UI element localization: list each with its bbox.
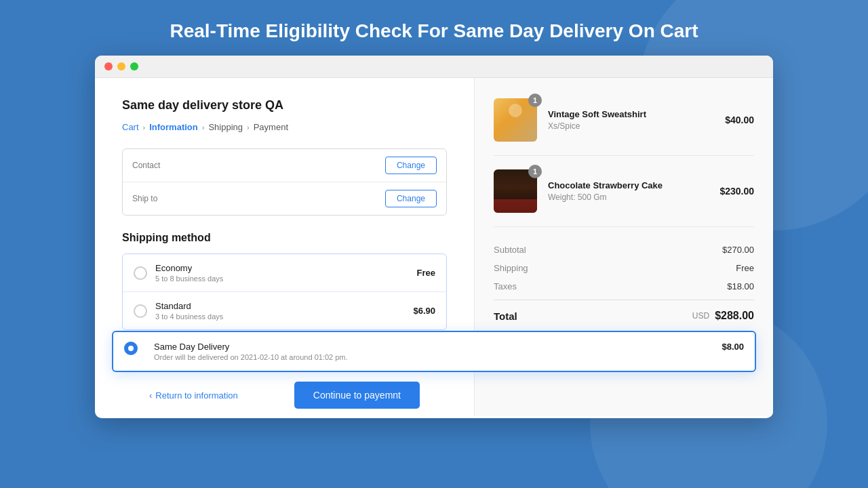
- radio-same-day[interactable]: [124, 342, 138, 355]
- shipping-option-same-day[interactable]: Same Day Delivery Order will be delivere…: [112, 331, 475, 372]
- shipping-option-economy[interactable]: Economy 5 to 8 business days Free: [123, 254, 446, 292]
- left-panel: Same day delivery store QA Cart › Inform…: [95, 78, 475, 416]
- subtotal-value: $270.00: [722, 245, 754, 255]
- breadcrumb-shipping: Shipping: [208, 122, 243, 132]
- standard-desc: 3 to 4 business days: [155, 312, 413, 321]
- total-right: USD $288.00: [692, 310, 754, 322]
- shipping-label: Shipping: [494, 263, 528, 273]
- ship-to-label: Ship to: [132, 194, 180, 203]
- sweatshirt-quantity-badge: 1: [528, 94, 542, 107]
- store-name: Same day delivery store QA: [122, 98, 447, 113]
- breadcrumb-sep-2: ›: [202, 123, 205, 131]
- taxes-value: $18.00: [727, 281, 754, 291]
- traffic-light-red[interactable]: [104, 62, 113, 70]
- economy-desc: 5 to 8 business days: [155, 274, 417, 283]
- same-day-name: Same Day Delivery: [154, 342, 475, 352]
- economy-price: Free: [417, 268, 435, 278]
- browser-content: Same day delivery store QA Cart › Inform…: [95, 78, 773, 416]
- currency-label: USD: [692, 311, 709, 321]
- order-item-sweatshirt: 1 Vintage Soft Sweatshirt Xs/Spice $40.0…: [494, 98, 754, 156]
- taxes-label: Taxes: [494, 281, 517, 291]
- total-label: Total: [494, 310, 517, 322]
- cake-details: Chocolate Strawberry Cake Weight: 500 Gm: [548, 180, 719, 202]
- bottom-nav: ‹ Return to information Continue to paye…: [122, 371, 447, 416]
- contact-label: Contact: [132, 161, 180, 170]
- sweatshirt-name: Vintage Soft Sweatshirt: [548, 109, 725, 119]
- sweatshirt-details: Vintage Soft Sweatshirt Xs/Spice: [548, 109, 725, 131]
- browser-window: Same day delivery store QA Cart › Inform…: [95, 56, 773, 418]
- same-day-info: Same Day Delivery Order will be delivere…: [154, 342, 475, 361]
- cake-variant: Weight: 500 Gm: [548, 192, 719, 202]
- contact-row: Contact Change: [123, 149, 446, 182]
- breadcrumb-payment: Payment: [254, 122, 288, 132]
- same-day-desc: Order will be delivered on 2021-02-10 at…: [154, 353, 475, 361]
- page-title: Real-Time Eligibility Check For Same Day…: [0, 20, 868, 42]
- cake-img-wrap: 1: [494, 169, 537, 213]
- return-link-label: Return to information: [155, 390, 237, 401]
- cake-quantity-badge: 1: [528, 165, 542, 178]
- breadcrumb-sep-3: ›: [247, 123, 250, 131]
- standard-price: $6.90: [413, 306, 435, 316]
- taxes-row: Taxes $18.00: [494, 277, 754, 296]
- cake-name: Chocolate Strawberry Cake: [548, 180, 719, 190]
- economy-name: Economy: [155, 263, 417, 273]
- browser-titlebar: [95, 56, 773, 78]
- ship-to-row: Ship to Change: [123, 182, 446, 215]
- sweatshirt-img-wrap: 1: [494, 98, 537, 142]
- ship-to-change-button[interactable]: Change: [385, 190, 437, 207]
- sweatshirt-variant: Xs/Spice: [548, 121, 725, 131]
- shipping-options: Economy 5 to 8 business days Free Standa…: [122, 253, 447, 330]
- continue-button[interactable]: Continue to payemnt: [294, 382, 420, 409]
- breadcrumb-sep-1: ›: [143, 123, 146, 131]
- page-header: Real-Time Eligibility Check For Same Day…: [0, 0, 868, 56]
- shipping-option-standard[interactable]: Standard 3 to 4 business days $6.90: [123, 292, 446, 329]
- standard-info: Standard 3 to 4 business days: [155, 301, 413, 321]
- sweatshirt-price: $40.00: [725, 115, 754, 125]
- breadcrumb: Cart › Information › Shipping › Payment: [122, 122, 447, 132]
- order-summary: Subtotal $270.00 Shipping Free Taxes $18…: [494, 241, 754, 296]
- shipping-method-title: Shipping method: [122, 232, 447, 244]
- order-item-cake: 1 Chocolate Strawberry Cake Weight: 500 …: [494, 169, 754, 227]
- standard-name: Standard: [155, 301, 413, 311]
- total-row: Total USD $288.00: [494, 300, 754, 325]
- contact-change-button[interactable]: Change: [385, 157, 437, 174]
- radio-economy[interactable]: [134, 266, 147, 280]
- breadcrumb-cart[interactable]: Cart: [122, 122, 139, 132]
- breadcrumb-information[interactable]: Information: [149, 122, 198, 132]
- info-card: Contact Change Ship to Change: [122, 148, 447, 216]
- traffic-light-yellow[interactable]: [117, 62, 125, 70]
- total-amount: $288.00: [715, 310, 754, 322]
- radio-standard[interactable]: [134, 304, 147, 318]
- cake-price: $230.00: [719, 186, 754, 197]
- subtotal-row: Subtotal $270.00: [494, 241, 754, 259]
- subtotal-label: Subtotal: [494, 245, 526, 255]
- shipping-value: Free: [736, 263, 754, 273]
- return-chevron-icon: ‹: [149, 390, 152, 401]
- shipping-row: Shipping Free: [494, 259, 754, 277]
- traffic-light-green[interactable]: [130, 62, 138, 70]
- economy-info: Economy 5 to 8 business days: [155, 263, 417, 283]
- return-link[interactable]: ‹ Return to information: [149, 390, 238, 401]
